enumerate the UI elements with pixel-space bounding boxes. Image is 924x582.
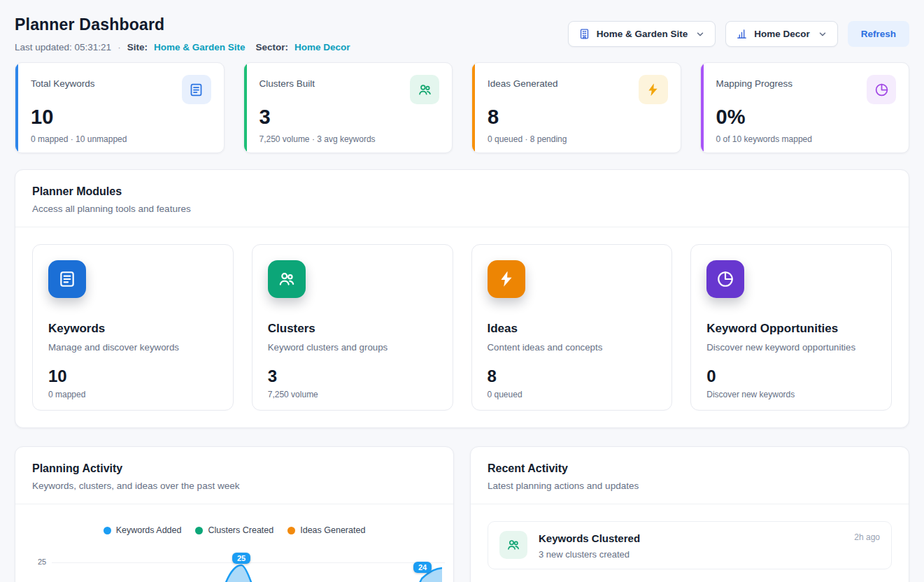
sector-selector-dropdown[interactable]: Home Decor [725,21,838,47]
module-caption: 0 mapped [48,390,218,399]
stat-accent-bar [472,63,475,152]
stat-accent-bar [701,63,704,152]
stat-label: Mapping Progress [716,78,793,89]
pie-chart-icon [706,260,744,298]
stat-label: Total Keywords [31,78,95,89]
bottom-row: Planning Activity Keywords, clusters, an… [15,446,909,582]
divider [471,504,909,504]
site-selector-label: Home & Garden Site [597,29,688,39]
area-chart-svg [55,545,442,582]
sector-link[interactable]: Home Decor [294,42,350,52]
last-updated-text: Last updated: 05:31:21 [15,42,111,52]
legend-label: Keywords Added [116,525,182,535]
planning-activity-subtitle: Keywords, clusters, and ideas over the p… [32,481,436,491]
module-title: Keyword Opportunities [706,322,876,336]
building-icon [578,28,590,40]
module-caption: 7,250 volume [268,390,437,399]
module-value: 3 [268,367,437,386]
planning-activity-card: Planning Activity Keywords, clusters, an… [15,446,454,582]
users-icon [499,531,527,559]
legend-label: Clusters Created [208,525,273,535]
planning-activity-title: Planning Activity [32,462,436,475]
recent-item-time: 2h ago [854,532,880,542]
legend-item-keywords-added: Keywords Added [104,525,182,535]
module-card-keywords[interactable]: Keywords Manage and discover keywords 10… [32,244,234,411]
document-icon [48,260,86,298]
sector-selector-label: Home Decor [754,29,810,39]
recent-activity-card: Recent Activity Latest planning actions … [470,446,909,582]
module-title: Clusters [268,322,437,336]
module-value: 0 [706,367,876,386]
stat-card-mapping-progress: Mapping Progress 0% 0 of 10 keywords map… [700,62,910,153]
planner-modules-card: Planner Modules Access all planning tool… [15,169,909,428]
module-title: Ideas [488,322,657,336]
module-card-keyword-opportunities[interactable]: Keyword Opportunities Discover new keywo… [690,244,892,411]
bolt-icon [488,260,525,298]
recent-item-title: Keywords Clustered [539,532,640,544]
module-value: 8 [488,367,657,386]
stat-label: Clusters Built [260,78,315,89]
stat-caption: 0 of 10 keywords mapped [716,134,897,144]
page-title: Planner Dashboard [15,15,350,34]
site-selector-dropdown[interactable]: Home & Garden Site [568,21,716,47]
y-axis-tick: 25 [38,558,46,566]
recent-activity-title: Recent Activity [488,462,892,475]
module-title: Keywords [48,322,218,336]
stat-value: 10 [31,106,211,129]
sector-label: Sector: [255,42,288,52]
module-description: Manage and discover keywords [48,342,218,353]
refresh-button[interactable]: Refresh [848,21,909,47]
header-left: Planner Dashboard Last updated: 05:31:21… [15,15,350,52]
chevron-down-icon [695,29,705,39]
module-description: Discover new keyword opportunities [706,342,876,353]
meta-separator: · [118,42,121,52]
stat-card-total-keywords: Total Keywords 10 0 mapped · 10 unmapped [15,62,225,153]
stat-accent-bar [244,63,247,152]
data-point-label: 25 [232,553,250,564]
pie-chart-icon [867,75,896,104]
legend-label: Ideas Generated [300,525,365,535]
document-icon [182,75,211,104]
stat-value: 8 [488,106,668,129]
legend-dot [287,527,295,534]
data-point-label: 24 [413,562,432,573]
recent-activity-item: Keywords Clustered 3 new clusters create… [488,521,892,569]
stat-caption: 0 mapped · 10 unmapped [31,134,211,144]
modules-title: Planner Modules [32,185,892,198]
legend-item-ideas-generated: Ideas Generated [287,525,365,535]
recent-activity-subtitle: Latest planning actions and updates [488,481,892,491]
activity-chart: 25 25 24 [15,545,453,582]
legend-dot [104,527,111,534]
recent-item-description: 3 new clusters created [539,549,640,560]
divider [15,504,453,504]
stat-card-clusters-built: Clusters Built 3 7,250 volume · 3 avg ke… [243,62,453,153]
stats-row: Total Keywords 10 0 mapped · 10 unmapped… [0,61,924,153]
legend-item-clusters-created: Clusters Created [195,525,273,535]
chevron-down-icon [818,29,827,39]
chart-legend: Keywords Added Clusters Created Ideas Ge… [15,525,453,535]
users-icon [410,75,439,104]
bolt-icon [639,75,668,104]
site-link[interactable]: Home & Garden Site [154,42,246,52]
stat-accent-bar [15,63,18,152]
module-caption: Discover new keywords [706,390,876,399]
planner-dashboard-page: Planner Dashboard Last updated: 05:31:21… [0,0,924,582]
header: Planner Dashboard Last updated: 05:31:21… [0,0,924,61]
stat-card-ideas-generated: Ideas Generated 8 0 queued · 8 pending [471,62,681,153]
stat-value: 3 [260,106,440,129]
module-card-ideas[interactable]: Ideas Content ideas and concepts 8 0 que… [471,244,673,411]
recent-item-body: Keywords Clustered 3 new clusters create… [539,531,640,560]
header-meta: Last updated: 05:31:21 · Site: Home & Ga… [15,42,350,52]
module-caption: 0 queued [488,390,657,399]
users-icon [268,260,306,298]
stat-caption: 7,250 volume · 3 avg keywords [260,134,440,144]
module-card-clusters[interactable]: Clusters Keyword clusters and groups 3 7… [252,244,453,411]
site-label: Site: [127,42,148,52]
header-controls: Home & Garden Site Home Decor Refresh [568,21,909,47]
module-description: Content ideas and concepts [488,342,657,353]
module-description: Keyword clusters and groups [268,342,437,353]
module-value: 10 [48,367,218,386]
stat-label: Ideas Generated [488,78,558,89]
modules-subtitle: Access all planning tools and features [32,204,892,214]
legend-dot [195,527,203,534]
